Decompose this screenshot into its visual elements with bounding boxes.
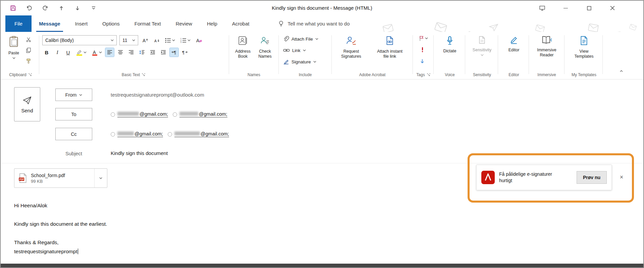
- tab-options[interactable]: Options: [95, 15, 127, 32]
- signature-pen-icon: [283, 59, 289, 65]
- underline-button[interactable]: U: [64, 48, 72, 57]
- paste-button[interactable]: Paste: [5, 33, 23, 70]
- attach-instant-file-link-button[interactable]: Attach instant file link: [370, 33, 410, 70]
- collapse-ribbon-button[interactable]: [617, 68, 625, 74]
- chevron-down-icon: [79, 94, 82, 96]
- right-to-left-direction-button[interactable]: [180, 48, 189, 57]
- align-right-button[interactable]: [127, 48, 136, 57]
- recipient-chip[interactable]: @gmail.com;: [111, 131, 163, 137]
- decrease-indent-icon: [150, 50, 155, 55]
- font-color-button[interactable]: [90, 48, 103, 57]
- left-to-right-direction-button[interactable]: [170, 48, 178, 57]
- increase-indent-button[interactable]: [159, 48, 168, 57]
- follow-up-flag-button[interactable]: [417, 34, 430, 43]
- tab-acrobat[interactable]: Acrobat: [225, 15, 257, 32]
- tab-format-text[interactable]: Format Text: [127, 15, 168, 32]
- link-button[interactable]: Link: [283, 46, 306, 55]
- from-label: From: [65, 92, 77, 98]
- save-icon: [10, 5, 16, 11]
- view-templates-button[interactable]: View Templates: [568, 33, 600, 70]
- tab-message[interactable]: Message: [32, 15, 67, 32]
- window-controls: [538, 1, 643, 15]
- font-size-select[interactable]: 11: [119, 35, 138, 45]
- ribbon-group-immersive: Immersive Reader Immersive: [531, 32, 563, 79]
- to-field-button[interactable]: To: [55, 108, 92, 120]
- request-signatures-button[interactable]: Request Signatures: [333, 33, 369, 70]
- attachment-card[interactable]: School_form.pdf 99 KB: [14, 168, 107, 188]
- dialog-launcher-icon[interactable]: [142, 73, 145, 76]
- arrow-down-icon: [75, 6, 79, 11]
- save-button[interactable]: [9, 4, 17, 12]
- tab-insert[interactable]: Insert: [68, 15, 95, 32]
- align-center-button[interactable]: [116, 48, 125, 57]
- high-importance-button[interactable]: [418, 45, 427, 54]
- tab-file[interactable]: File: [5, 15, 32, 32]
- cut-button[interactable]: [24, 35, 33, 44]
- from-field-button[interactable]: From: [55, 89, 92, 101]
- recipient-chip[interactable]: @gmail.com;: [173, 111, 227, 117]
- dialog-launcher-icon[interactable]: [427, 73, 430, 76]
- dictate-button[interactable]: Dictate: [437, 33, 463, 70]
- bullets-button[interactable]: [164, 36, 176, 45]
- check-names-button[interactable]: Check Names: [254, 33, 276, 70]
- address-book-button[interactable]: Address Book: [232, 33, 254, 70]
- request-signatures-label-1: Request: [343, 49, 359, 54]
- recipient-chip[interactable]: @gmail.com;: [168, 131, 229, 137]
- customize-quick-access-button[interactable]: [90, 4, 97, 12]
- sensitivity-group-label-row: Sensitivity: [467, 72, 497, 77]
- clipboard-group-label: Clipboard: [9, 72, 26, 77]
- text-highlight-button[interactable]: [74, 48, 88, 57]
- body-signoff[interactable]: Thanks & Regards,: [14, 239, 59, 246]
- minimize-button[interactable]: [561, 4, 570, 12]
- chevron-up-icon: [620, 70, 623, 72]
- body-greeting[interactable]: Hi Heena/Alok: [14, 203, 47, 209]
- try-now-button[interactable]: Prøv nu: [577, 171, 607, 184]
- attach-file-button[interactable]: Attach File: [283, 35, 318, 43]
- body-signature-line[interactable]: testrequestsignatureprompt: [14, 249, 78, 255]
- ribbon-display-options-button[interactable]: [538, 4, 546, 12]
- copy-button[interactable]: [24, 46, 33, 55]
- immersive-group-label: Immersive: [537, 72, 556, 77]
- move-up-button[interactable]: [58, 4, 65, 12]
- grow-font-button[interactable]: [141, 36, 150, 45]
- redacted-name: [179, 112, 198, 116]
- clear-formatting-button[interactable]: [195, 36, 203, 45]
- undo-button[interactable]: [25, 4, 33, 12]
- maximize-button[interactable]: [585, 4, 593, 12]
- shrink-font-button[interactable]: [152, 36, 161, 45]
- body-request[interactable]: Kindly sign this document at the earlies…: [14, 221, 107, 227]
- ltr-direction-icon: [171, 50, 177, 55]
- redo-button[interactable]: [42, 4, 49, 12]
- close-window-button[interactable]: [608, 4, 616, 12]
- decrease-indent-button[interactable]: [148, 48, 157, 57]
- numbering-button[interactable]: [179, 36, 192, 45]
- format-painter-button[interactable]: [24, 57, 33, 65]
- sensitivity-button[interactable]: Sensitivity: [468, 33, 496, 70]
- italic-button[interactable]: I: [53, 48, 62, 57]
- tab-review[interactable]: Review: [168, 15, 200, 32]
- immersive-reader-button[interactable]: Immersive Reader: [531, 33, 562, 70]
- align-left-button[interactable]: [105, 48, 114, 57]
- instant-file-link-icon: [385, 36, 394, 47]
- bold-button[interactable]: B: [42, 48, 51, 57]
- from-address-value[interactable]: testrequestsignatureprompt@outlook.com: [111, 92, 204, 98]
- copy-icon: [26, 48, 31, 53]
- low-importance-button[interactable]: [418, 57, 427, 65]
- tab-help[interactable]: Help: [200, 15, 225, 32]
- recipient-chip[interactable]: @gmail.com;: [111, 111, 168, 117]
- editor-button[interactable]: Editor: [501, 33, 527, 70]
- dialog-launcher-icon[interactable]: [29, 73, 32, 76]
- send-button[interactable]: Send: [14, 87, 40, 121]
- move-down-button[interactable]: [74, 4, 81, 12]
- ribbon-group-my-templates: View Templates My Templates: [566, 32, 602, 79]
- line-spacing-button[interactable]: [138, 48, 146, 57]
- tell-me-box[interactable]: Tell me what you want to do: [278, 15, 350, 32]
- banner-close-button[interactable]: ×: [618, 173, 625, 181]
- font-name-select[interactable]: Calibri (Body): [42, 35, 117, 45]
- format-painter-icon: [26, 58, 31, 64]
- subject-value[interactable]: Kindly sign this document: [111, 150, 168, 156]
- signature-button[interactable]: Signature: [283, 57, 316, 66]
- basic-text-group-label: Basic Text: [122, 72, 140, 77]
- attachment-menu-button[interactable]: [94, 169, 107, 187]
- cc-field-button[interactable]: Cc: [55, 128, 92, 140]
